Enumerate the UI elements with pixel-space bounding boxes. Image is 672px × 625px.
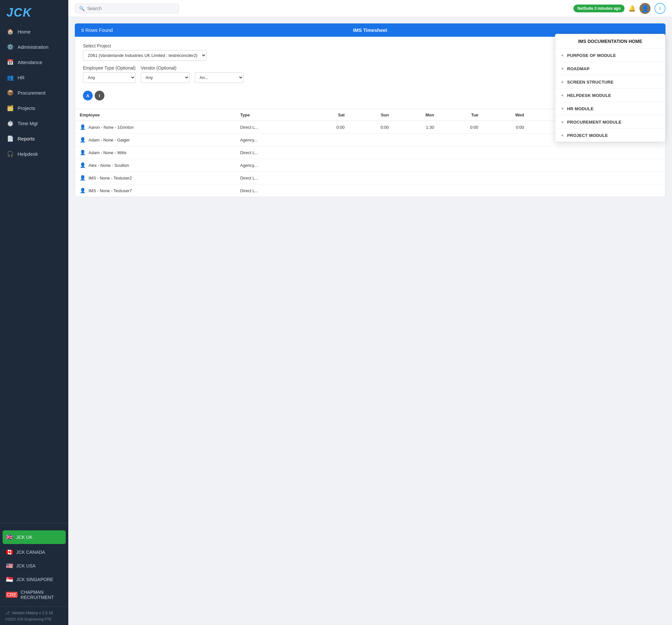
plus-icon: + [561,106,564,111]
cell-tue [439,146,483,159]
plus-icon: + [561,133,564,138]
flag-singapore: 🇸🇬 [6,576,13,583]
sidebar-item-administration[interactable]: ⚙️ Administration [0,39,68,55]
cell-thu [529,146,573,159]
sidebar-item-label: Procurement [18,90,46,96]
company-item-jck-canada[interactable]: 🇨🇦 JCK CANADA [0,545,68,559]
col-mon: Mon [393,109,438,121]
sidebar-item-helpdesk[interactable]: 🎧 Helpdesk [0,146,68,162]
avatar-a[interactable]: A [83,91,93,100]
content-area: 6 Rows Found IMS Timesheet Select Projec… [68,17,672,625]
avatar-i[interactable]: I [95,91,104,100]
col-employee: Employee [75,109,236,121]
docs-panel-item[interactable]: +SCREEN STRUCTURE [555,75,665,89]
sidebar-item-projects[interactable]: 🗂️ Projects [0,100,68,116]
docs-panel-title: IMS DOCUMENTATION HOME [555,34,665,49]
sidebar-item-label: Home [18,29,30,34]
cell-employee: 👤 IMS - None - Testuser2 [75,172,236,184]
cell-type: Agency... [236,134,305,146]
header-right: NetSuite 3 minutes ago 🔔 👤 i [573,3,666,14]
sidebar-item-label: HR [18,75,25,80]
avatar: 👤 [640,3,650,14]
company-item-jck-singapore[interactable]: 🇸🇬 JCK SINGAPORE [0,573,68,586]
sidebar: JCK 🏠 Home ⚙️ Administration 📅 Attendanc… [0,0,68,625]
cell-sat [305,184,349,197]
cell-tue [439,184,483,197]
col-tue: Tue [439,109,483,121]
sidebar-item-reports[interactable]: 📄 Reports [0,131,68,146]
cell-mon [393,146,438,159]
company-item-chapman[interactable]: CRE CHAPMAN RECRUITMENT [0,586,68,603]
vendor-label: Vendor (Optional) [141,65,190,71]
docs-panel-item[interactable]: +ROADMAP [555,62,665,75]
cell-sat [305,134,349,146]
sidebar-footer: ⎇ Version History v 1.5.16 ©2022 JCK Eng… [0,606,68,625]
help-icon-button[interactable]: i [654,3,666,14]
cell-sun [349,134,393,146]
docs-panel: IMS DOCUMENTATION HOME +PURPOSE OF MODUL… [555,34,666,142]
cell-employee: 👤 Alex - None - Scullion [75,159,236,172]
company-section: 🇬🇧 JCK UK 🇨🇦 JCK CANADA 🇺🇸 JCK USA 🇸🇬 JC… [0,526,68,606]
cell-tue: 0:00 [439,121,483,134]
project-select[interactable]: Z061 (Vanderlande Industries UK Limited … [83,50,207,61]
cell-fri [573,146,617,159]
docs-panel-item[interactable]: +PROJECT MODULE [555,129,665,142]
company-item-jck-usa[interactable]: 🇺🇸 JCK USA [0,559,68,573]
employee-type-select[interactable]: Any [83,72,136,83]
cell-employee: 👤 Aaron - None - 1Grinton [75,121,236,134]
cell-total [617,159,665,172]
cell-sun [349,146,393,159]
cell-type: Direct L... [236,146,305,159]
helpdesk-icon: 🎧 [6,150,14,158]
docs-panel-item[interactable]: +PROCUREMENT MODULE [555,116,665,129]
cell-mon [393,184,438,197]
version-text: Version History v 1.5.16 [12,611,53,615]
cell-type: Agency... [236,159,305,172]
vendor-group: Vendor (Optional) Any [141,65,190,83]
cell-fri [573,184,617,197]
info-icon: i [659,5,661,11]
col-sat: Sat [305,109,349,121]
administration-icon: ⚙️ [6,44,14,50]
avatar-circles: A I [83,91,104,100]
hr-icon: 👥 [6,74,14,81]
cell-wed [483,159,529,172]
sidebar-item-time-mgt[interactable]: ⏱️ Time Mgt [0,116,68,131]
sidebar-item-label: Helpdesk [18,151,38,157]
netsuite-badge: NetSuite 3 minutes ago [573,4,625,13]
main-content: 🔍 NetSuite 3 minutes ago 🔔 👤 i 6 Rows Fo… [68,0,672,625]
person-icon: 👤 [80,137,86,143]
cell-thu [529,172,573,184]
sidebar-item-procurement[interactable]: 📦 Procurement [0,85,68,100]
cell-type: Direct L... [236,121,305,134]
header: 🔍 NetSuite 3 minutes ago 🔔 👤 i [68,0,672,17]
search-box[interactable]: 🔍 [75,4,179,13]
attendance-icon: 📅 [6,59,14,66]
extra-select[interactable]: An... [195,72,244,83]
sidebar-item-home[interactable]: 🏠 Home [0,24,68,39]
docs-panel-item[interactable]: +HELPDESK MODULE [555,89,665,102]
cell-thu [529,159,573,172]
sidebar-item-hr[interactable]: 👥 HR [0,70,68,85]
table-row: 👤 Alex - None - Scullion Agency... [75,159,665,172]
docs-panel-item[interactable]: +HR MODULE [555,102,665,116]
extra-filter-group: An... [195,65,244,83]
cell-wed [483,184,529,197]
cell-total [617,172,665,184]
cell-employee: 👤 IMS - None - Testuser7 [75,184,236,197]
cell-mon [393,172,438,184]
employee-type-group: Employee Type (Optional) Any [83,65,136,83]
table-row: 👤 IMS - None - Testuser2 Direct L... [75,172,665,184]
vendor-select[interactable]: Any [141,72,190,83]
search-input[interactable] [87,6,175,11]
employee-type-label: Employee Type (Optional) [83,65,136,71]
cell-type: Direct L... [236,172,305,184]
reports-icon: 📄 [6,135,14,142]
docs-panel-item[interactable]: +PURPOSE OF MODULE [555,49,665,62]
table-row: 👤 IMS - None - Testuser7 Direct L... [75,184,665,197]
sidebar-item-attendance[interactable]: 📅 Attendance [0,55,68,70]
cell-fri [573,172,617,184]
flag-canada: 🇨🇦 [6,549,13,556]
bell-icon[interactable]: 🔔 [628,5,635,12]
company-item-jck-uk[interactable]: 🇬🇧 JCK UK [3,530,66,544]
